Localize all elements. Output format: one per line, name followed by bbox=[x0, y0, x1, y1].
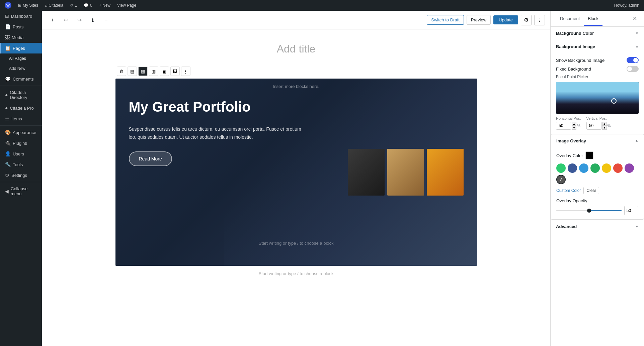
sidebar-item-media[interactable]: 🖼 Media bbox=[0, 32, 42, 43]
background-image-header[interactable]: Background Image ▼ bbox=[551, 40, 644, 53]
panel-close-button[interactable]: ✕ bbox=[631, 15, 639, 23]
overlay-content: Overlay Color bbox=[551, 147, 644, 219]
sidebar-item-users[interactable]: 👤 Users bbox=[0, 148, 42, 159]
background-image-label: Background Image bbox=[556, 44, 595, 49]
collapse-icon: ◀ bbox=[5, 189, 9, 194]
focal-image[interactable] bbox=[556, 82, 639, 114]
sidebar-item-citadela-pro[interactable]: ● Citadela Pro bbox=[0, 103, 42, 113]
swatch-yellow[interactable] bbox=[602, 163, 611, 173]
block-align-center-button[interactable]: ▦ bbox=[138, 67, 148, 76]
sidebar-item-all-pages[interactable]: All Pages bbox=[0, 53, 42, 64]
block-align-wide-button[interactable]: ▥ bbox=[149, 67, 158, 76]
toolbar-right: Switch to Draft Preview Update ⚙ ⋮ bbox=[427, 15, 545, 25]
update-icon: ↻ bbox=[70, 3, 73, 8]
block-image-button[interactable]: 🖼 bbox=[170, 67, 180, 76]
sidebar-item-settings[interactable]: ⚙ Settings bbox=[0, 170, 42, 181]
info-button[interactable]: ℹ bbox=[87, 15, 98, 25]
overlay-chevron: ▼ bbox=[635, 139, 638, 143]
focal-point-indicator[interactable] bbox=[611, 98, 617, 104]
media-icon: 🖼 bbox=[5, 35, 10, 40]
new-item[interactable]: + New bbox=[97, 3, 112, 8]
sidebar-item-tools[interactable]: 🔧 Tools bbox=[0, 159, 42, 170]
settings-gear-button[interactable]: ⚙ bbox=[521, 15, 532, 25]
menu-button[interactable]: ≡ bbox=[101, 15, 111, 25]
show-bg-image-toggle[interactable] bbox=[627, 57, 639, 63]
align-full-icon: ▣ bbox=[162, 69, 166, 74]
view-page-item[interactable]: View Page bbox=[115, 3, 138, 8]
custom-color-link[interactable]: Custom Color bbox=[556, 188, 581, 193]
tab-document[interactable]: Document bbox=[556, 12, 584, 26]
opacity-input[interactable] bbox=[624, 206, 638, 215]
vertical-down-btn[interactable]: ▼ bbox=[602, 126, 607, 130]
main-layout: ⊞ Dashboard 📄 Posts 🖼 Media 📋 Pages All … bbox=[0, 11, 644, 346]
swatch-blue[interactable] bbox=[579, 163, 588, 173]
clear-button[interactable]: Clear bbox=[583, 187, 599, 194]
editor-content[interactable]: Add title 🗑 ▤ ▦ ▥ ▣ bbox=[42, 29, 550, 346]
vertical-up-btn[interactable]: ▲ bbox=[602, 122, 607, 126]
horizontal-pos-input[interactable] bbox=[556, 122, 571, 130]
sidebar-item-dashboard[interactable]: ⊞ Dashboard bbox=[0, 11, 42, 21]
update-count-item[interactable]: ↻ 1 bbox=[68, 3, 79, 8]
advanced-section[interactable]: Advanced ▼ bbox=[551, 220, 644, 233]
more-options-button[interactable]: ⋮ bbox=[534, 15, 545, 25]
sidebar-item-citadela-dir[interactable]: ● Citadela Directory bbox=[0, 87, 42, 103]
horizontal-up-btn[interactable]: ▲ bbox=[572, 122, 576, 126]
comment-count-item[interactable]: 💬 0 bbox=[82, 3, 94, 8]
howdy-label: Howdy, admin bbox=[614, 3, 639, 8]
redo-button[interactable]: ↪ bbox=[74, 15, 85, 25]
my-sites-item[interactable]: ⊞ My Sites bbox=[16, 3, 40, 8]
block-more-button[interactable]: ⋮ bbox=[181, 67, 190, 76]
preview-button[interactable]: Preview bbox=[467, 15, 491, 25]
overlay-header[interactable]: Image Overlay ▼ bbox=[551, 134, 644, 147]
add-block-button[interactable]: + bbox=[47, 15, 58, 25]
overlay-color-swatch[interactable] bbox=[585, 151, 593, 159]
comment-icon: 💬 bbox=[84, 3, 89, 8]
citadela-item[interactable]: ⌂ Citadela bbox=[43, 3, 65, 8]
portfolio-text[interactable]: Suspendisse cursus felis eu arcu dictum,… bbox=[129, 125, 303, 141]
color-swatches bbox=[556, 163, 638, 184]
opacity-slider[interactable] bbox=[556, 210, 622, 211]
swatch-selected[interactable] bbox=[556, 175, 566, 184]
portfolio-content: My Great Portfolio Suspendisse cursus fe… bbox=[115, 79, 316, 180]
fixed-bg-toggle[interactable] bbox=[627, 66, 639, 72]
sidebar-item-items[interactable]: ☰ Items bbox=[0, 113, 42, 124]
portfolio-image-2 bbox=[387, 149, 424, 196]
background-color-header[interactable]: Background Color ▼ bbox=[551, 27, 644, 40]
portfolio-images bbox=[348, 149, 464, 196]
block-align-full-button[interactable]: ▣ bbox=[160, 67, 169, 76]
horizontal-down-btn[interactable]: ▼ bbox=[572, 126, 576, 130]
vertical-pos-label: Vertical Pos. bbox=[586, 116, 611, 120]
ellipsis-icon: ⋮ bbox=[537, 17, 542, 23]
swatch-red[interactable] bbox=[613, 163, 623, 173]
page-title[interactable]: Add title bbox=[115, 43, 477, 55]
swatch-purple[interactable] bbox=[625, 163, 634, 173]
redo-icon: ↪ bbox=[77, 17, 82, 23]
sidebar-item-collapse[interactable]: ◀ Collapse menu bbox=[0, 184, 42, 199]
sidebar-item-appearance[interactable]: 🎨 Appearance bbox=[0, 127, 42, 138]
portfolio-block[interactable]: Insert more blocks here. My Great Portfo… bbox=[115, 79, 477, 266]
read-more-button[interactable]: Read More bbox=[129, 151, 172, 166]
sidebar-item-comments[interactable]: 💬 Comments bbox=[0, 74, 42, 84]
block-align-default-button[interactable]: ▤ bbox=[128, 67, 137, 76]
switch-to-draft-button[interactable]: Switch to Draft bbox=[427, 15, 464, 25]
vertical-pos-input[interactable] bbox=[586, 122, 601, 130]
sidebar-item-pages[interactable]: 📋 Pages bbox=[0, 43, 42, 53]
howdy-item[interactable]: Howdy, admin bbox=[612, 3, 641, 8]
vertical-unit: % bbox=[608, 124, 611, 128]
wp-logo-item[interactable]: W bbox=[3, 2, 13, 9]
update-button[interactable]: Update bbox=[493, 15, 518, 24]
sidebar-item-plugins[interactable]: 🔌 Plugins bbox=[0, 138, 42, 148]
swatch-blue-dark[interactable] bbox=[568, 163, 577, 173]
portfolio-title[interactable]: My Great Portfolio bbox=[129, 99, 303, 115]
below-block-hint[interactable]: Start writing or type / to choose a bloc… bbox=[115, 266, 477, 281]
sidebar-label-plugins: Plugins bbox=[13, 141, 27, 146]
tab-block[interactable]: Block bbox=[584, 12, 602, 26]
undo-button[interactable]: ↩ bbox=[61, 15, 71, 25]
sidebar-item-posts[interactable]: 📄 Posts bbox=[0, 21, 42, 32]
swatch-green2[interactable] bbox=[590, 163, 600, 173]
block-delete-button[interactable]: 🗑 bbox=[117, 67, 126, 76]
portfolio-image-3 bbox=[427, 149, 464, 196]
swatch-green[interactable] bbox=[556, 163, 566, 173]
sidebar-item-add-new[interactable]: Add New bbox=[0, 64, 42, 74]
write-hint[interactable]: Start writing or type / to choose a bloc… bbox=[259, 241, 334, 246]
